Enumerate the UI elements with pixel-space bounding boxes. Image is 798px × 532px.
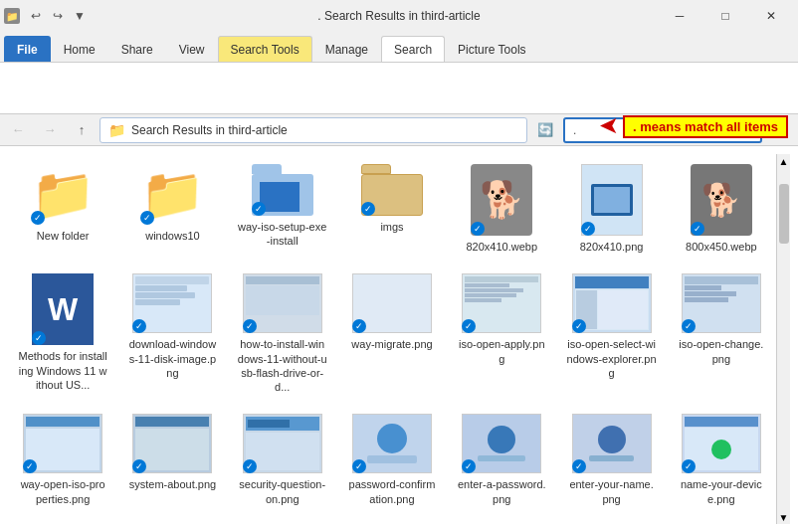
list-item[interactable]: ✓ download-windows-11-disk-image.png (121, 267, 223, 400)
list-item[interactable]: 📁 ✓ New folder (12, 158, 113, 260)
file-name: security-question-on.png (238, 477, 327, 506)
scrollbar-thumb[interactable] (779, 184, 789, 244)
file-name: imgs (380, 220, 403, 234)
list-item[interactable]: ✓ system-about.png (121, 408, 223, 512)
list-item[interactable]: ✓ how-to-install-windows-11-without-usb-… (232, 267, 333, 400)
file-icon-word: W ✓ (32, 273, 94, 345)
list-item[interactable]: ✓ way-migrate.png (341, 267, 443, 400)
file-name: way-migrate.png (351, 337, 432, 351)
check-badge: ✓ (572, 459, 586, 473)
file-name: iso-open-change.png (677, 337, 766, 366)
file-icon-ss6: ✓ (682, 273, 761, 333)
file-name: enter-a-password.png (457, 477, 546, 506)
scroll-down-button[interactable]: ▼ (777, 510, 791, 524)
check-badge: ✓ (31, 211, 45, 225)
tab-manage[interactable]: Manage (312, 36, 381, 62)
file-icon-ss7: ✓ (23, 414, 102, 473)
maximize-button[interactable]: □ (702, 0, 748, 32)
tab-file[interactable]: File (4, 36, 51, 62)
list-item[interactable]: ✓ name-your-device.png (671, 408, 772, 512)
file-icon-ss8: ✓ (132, 414, 212, 473)
file-icon-folder: ✓ (361, 164, 423, 216)
list-item[interactable]: ✓ security-question-on.png (232, 408, 333, 512)
check-badge: ✓ (140, 211, 154, 225)
file-icon-ss9: ✓ (243, 414, 322, 473)
file-name: download-windows-11-disk-image.png (127, 337, 217, 380)
minimize-button[interactable]: ─ (657, 0, 702, 32)
address-path-text: Search Results in third-article (131, 123, 288, 137)
scroll-up-button[interactable]: ▲ (777, 154, 791, 168)
scrollbar[interactable]: ▲ ▼ (776, 154, 790, 524)
file-name: 820x410.png (580, 240, 644, 254)
file-name: 820x410.webp (467, 240, 538, 254)
check-badge: ✓ (572, 319, 586, 333)
annotation-container: ➤ . means match all items (599, 112, 788, 140)
quick-access-undo[interactable]: ↩ (26, 6, 46, 26)
quick-access-toolbar: ↩ ↪ ▼ (26, 6, 90, 26)
window-title: . Search Results in third-article (317, 9, 480, 23)
refresh-button[interactable]: 🔄 (531, 117, 559, 143)
list-item[interactable]: ✓ 820x410.png (560, 158, 662, 260)
list-item[interactable]: ✓ enter-your-name.png (560, 408, 662, 512)
tab-picture-tools[interactable]: Picture Tools (445, 36, 538, 62)
tab-share[interactable]: Share (108, 36, 166, 62)
list-item[interactable]: ✓ iso-open-apply.png (451, 267, 552, 400)
file-icon-png: ✓ (581, 164, 643, 236)
file-name: name-your-device.png (677, 477, 766, 506)
file-icon-ss13: ✓ (682, 414, 761, 473)
file-icon-folder: 📁 ✓ (140, 164, 205, 225)
list-item[interactable]: 📁 ✓ windows10 (121, 158, 223, 260)
main-content: 📁 ✓ New folder 📁 ✓ windows10 (0, 146, 798, 532)
folder-icon-small: 📁 (108, 122, 125, 138)
quick-access-dropdown[interactable]: ▼ (70, 6, 90, 26)
file-name: system-about.png (129, 477, 216, 491)
quick-access-redo[interactable]: ↪ (48, 6, 68, 26)
file-icon-ss1: ✓ (132, 273, 212, 333)
file-name: how-to-install-windows-11-without-usb-fl… (238, 337, 327, 394)
ribbon-tabs: File Home Share View Search Tools Manage… (0, 32, 798, 62)
tab-home[interactable]: Home (51, 36, 108, 62)
ribbon-content (0, 62, 798, 113)
file-area[interactable]: 📁 ✓ New folder 📁 ✓ windows10 (0, 146, 798, 532)
title-bar: 📁 ↩ ↪ ▼ . Search Results in third-articl… (0, 0, 798, 32)
annotation-text: . means match all items (623, 115, 788, 138)
up-button[interactable]: ↑ (68, 117, 96, 143)
tab-search-tools[interactable]: Search Tools (218, 36, 312, 62)
file-icon-ss10: ✓ (352, 414, 432, 473)
list-item[interactable]: ✓ imgs (341, 158, 443, 260)
list-item[interactable]: ✓ password-confirmation.png (341, 408, 443, 512)
file-name: 800x450.webp (686, 240, 757, 254)
file-name: Methods for installing Windows 11 withou… (18, 349, 107, 392)
list-item[interactable]: W ✓ Methods for installing Windows 11 wi… (12, 267, 113, 400)
file-icon-folder: ✓ (252, 164, 313, 216)
list-item[interactable]: 🐕 ✓ 820x410.webp (451, 158, 552, 260)
tab-view[interactable]: View (166, 36, 218, 62)
list-item[interactable]: ✓ iso-open-change.png (671, 267, 772, 400)
check-badge: ✓ (252, 202, 266, 216)
file-icon-ss3: ✓ (352, 273, 432, 333)
address-path[interactable]: 📁 Search Results in third-article (100, 117, 527, 143)
file-name: way-iso-setup-exe-install (238, 220, 327, 249)
close-button[interactable]: ✕ (748, 0, 794, 32)
tab-search[interactable]: Search (381, 36, 445, 62)
address-bar: ➤ . means match all items ← → ↑ 📁 Search… (0, 114, 798, 146)
file-name: windows10 (145, 229, 199, 243)
file-grid-scroll[interactable]: 📁 ✓ New folder 📁 ✓ windows10 (8, 154, 776, 524)
file-icon-ss11: ✓ (462, 414, 541, 473)
ribbon-placeholder (8, 83, 11, 94)
file-name: password-confirmation.png (347, 477, 437, 506)
file-icon-ss5: ✓ (572, 273, 652, 333)
file-name: iso-open-select-windows-explorer.png (567, 337, 657, 380)
file-icon-folder: 📁 ✓ (31, 164, 96, 225)
file-name: way-open-iso-properties.png (18, 477, 107, 506)
file-name: enter-your-name.png (567, 477, 657, 506)
app-icon: 📁 (4, 8, 20, 24)
file-icon-ss4: ✓ (462, 273, 541, 333)
list-item[interactable]: 🐕 ✓ 800x450.webp (671, 158, 772, 260)
list-item[interactable]: ✓ enter-a-password.png (451, 408, 552, 512)
list-item[interactable]: ✓ way-open-iso-properties.png (12, 408, 113, 512)
list-item[interactable]: ✓ way-iso-setup-exe-install (232, 158, 333, 260)
forward-button[interactable]: → (36, 117, 64, 143)
list-item[interactable]: ✓ iso-open-select-windows-explorer.png (560, 267, 662, 400)
back-button[interactable]: ← (4, 117, 32, 143)
